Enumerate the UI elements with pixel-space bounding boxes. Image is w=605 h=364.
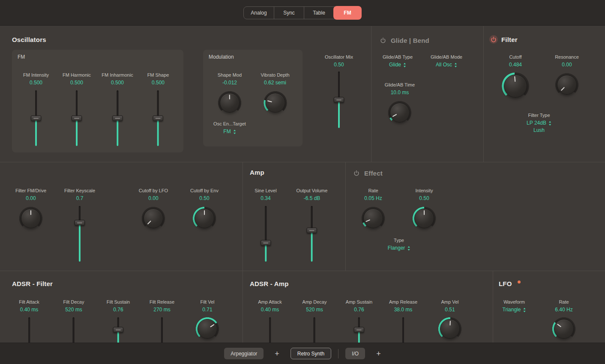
engine-tab-bar: Analog Sync Table FM — [0, 0, 605, 26]
filter-type-select[interactable]: LP 24dB — [527, 120, 551, 126]
control-label: Filt Decay — [63, 299, 84, 305]
tab-analog[interactable]: Analog — [244, 7, 274, 19]
filter-fm-drive-knob[interactable] — [18, 206, 43, 231]
effect-header: Effect — [352, 169, 383, 177]
effect-intensity-knob[interactable] — [412, 206, 437, 231]
control-label: Output Volume — [297, 188, 328, 194]
control-value[interactable]: 0.50 — [334, 62, 344, 68]
osc-env-target-select[interactable]: FM — [223, 128, 236, 135]
control-value[interactable]: 520 ms — [306, 307, 323, 313]
effect-power-toggle[interactable] — [352, 169, 361, 177]
knob-pointer — [195, 209, 214, 228]
control-value[interactable]: 0.500 — [70, 80, 83, 86]
add-audio-fx-button[interactable]: + — [376, 350, 381, 358]
slider-thumb[interactable] — [307, 228, 317, 233]
fm-panel-title: FM — [18, 54, 25, 60]
control-value[interactable]: 520 ms — [65, 307, 82, 313]
control-value[interactable]: 0.34 — [261, 195, 270, 202]
control-value[interactable]: -0.012 — [222, 80, 237, 86]
io-button[interactable]: I/O — [345, 348, 365, 359]
control-value[interactable]: 0.500 — [30, 80, 42, 86]
output-volume-slider[interactable] — [307, 206, 317, 262]
lfo-waveform-select[interactable]: Triangle — [503, 307, 526, 313]
control-value[interactable]: 10.0 ms — [391, 90, 409, 96]
shape-mod-knob[interactable] — [217, 90, 242, 115]
cutoff-knob[interactable] — [501, 72, 530, 101]
control-value[interactable]: 0.500 — [152, 80, 165, 86]
slider-thumb[interactable] — [261, 240, 271, 245]
vibrato-depth-knob[interactable] — [263, 90, 288, 115]
filter-keyscale-slider[interactable] — [75, 206, 85, 262]
control-value[interactable]: 0.484 — [509, 62, 522, 68]
tab-sync[interactable]: Sync — [274, 7, 304, 19]
control-label: Oscillator Mix — [325, 54, 353, 60]
slider-thumb[interactable] — [31, 116, 41, 121]
glide-mode-control: Glide/AB Mode All Osc — [431, 54, 462, 68]
glide-bend-power-toggle[interactable] — [379, 36, 387, 45]
select-value-line2[interactable]: Lush — [533, 127, 545, 134]
effect-type-select[interactable]: Flanger — [388, 245, 410, 251]
control-value[interactable]: 0.500 — [111, 80, 124, 86]
filter-power-toggle[interactable] — [489, 35, 498, 44]
oscillator-mix-slider[interactable] — [334, 72, 344, 128]
control-value[interactable]: 0.76 — [354, 307, 364, 313]
slider-thumb[interactable] — [354, 327, 364, 332]
slider-thumb[interactable] — [113, 327, 123, 332]
slider-thumb[interactable] — [72, 116, 82, 121]
cutoff-by-env-knob[interactable] — [192, 206, 217, 231]
tab-fm[interactable]: FM — [333, 6, 362, 20]
control-label: Filt Release — [150, 299, 174, 305]
glide-time-knob[interactable] — [387, 100, 412, 125]
arpeggiator-button[interactable]: Arpeggiator — [224, 348, 264, 359]
fm-intensity-slider[interactable] — [31, 90, 41, 146]
control-value[interactable]: 6.40 Hz — [555, 307, 572, 313]
control-value[interactable]: 0.00 — [26, 195, 36, 202]
control-value[interactable]: 270 ms — [153, 307, 170, 313]
sine-level-slider[interactable] — [261, 206, 271, 262]
stepper-arrows-icon — [454, 63, 457, 68]
control-value[interactable]: 0.76 — [113, 307, 123, 313]
control-value[interactable]: 0.71 — [202, 307, 212, 313]
fm-inharmonic-slider[interactable] — [112, 90, 123, 146]
control-value[interactable]: 0.00 — [148, 195, 158, 202]
glide-type-control: Glide/AB Type Glide — [383, 54, 413, 68]
glide-time-control: Glide/AB Time 10.0 ms — [385, 82, 415, 125]
cutoff-by-lfo-knob[interactable] — [141, 206, 166, 231]
retro-synth-button[interactable]: Retro Synth — [291, 348, 331, 359]
resonance-knob[interactable] — [554, 72, 579, 97]
control-value[interactable]: 0.05 Hz — [364, 195, 382, 202]
fm-harmonic-slider[interactable] — [72, 90, 82, 146]
lfo-rate-knob[interactable] — [551, 316, 576, 341]
control-value[interactable]: 0.40 ms — [261, 307, 279, 313]
slider-fill — [76, 118, 78, 146]
select-value: FM — [223, 128, 231, 135]
control-label: Filt Attack — [19, 299, 39, 305]
amp-vel-knob[interactable] — [437, 316, 462, 341]
slider-thumb[interactable] — [153, 116, 163, 121]
filt-vel-knob[interactable] — [195, 316, 220, 341]
glide-mode-select[interactable]: All Osc — [436, 62, 457, 68]
control-value[interactable]: -6.5 dB — [304, 195, 320, 202]
slider-thumb[interactable] — [112, 116, 123, 121]
control-value[interactable]: 38.0 ms — [394, 307, 413, 313]
control-label: FM Inharmonic — [102, 72, 133, 78]
control-value[interactable]: 0.00 — [562, 62, 572, 68]
fm-shape-slider[interactable] — [153, 90, 163, 146]
control-value[interactable]: 0.50 — [419, 195, 429, 202]
control-label: FM Intensity — [23, 72, 49, 78]
slider-thumb[interactable] — [334, 97, 344, 103]
control-value[interactable]: 0.62 semi — [264, 80, 286, 86]
control-value[interactable]: 0.50 — [199, 195, 209, 202]
adsr-amp-title: ADSR - Amp — [250, 280, 289, 287]
tab-table[interactable]: Table — [304, 7, 334, 19]
glide-type-select[interactable]: Glide — [389, 62, 406, 68]
sine-level-control: Sine Level 0.34 — [255, 188, 276, 262]
shape-mod-control: Shape Mod -0.012 — [217, 72, 242, 115]
control-label: Cutoff by LFO — [139, 188, 168, 194]
add-midi-fx-button[interactable]: + — [275, 350, 279, 358]
control-value[interactable]: 0.7 — [76, 195, 84, 202]
control-value[interactable]: 0.51 — [445, 307, 455, 313]
slider-thumb[interactable] — [75, 220, 85, 226]
effect-rate-knob[interactable] — [361, 206, 386, 231]
control-value[interactable]: 0.40 ms — [20, 307, 39, 313]
